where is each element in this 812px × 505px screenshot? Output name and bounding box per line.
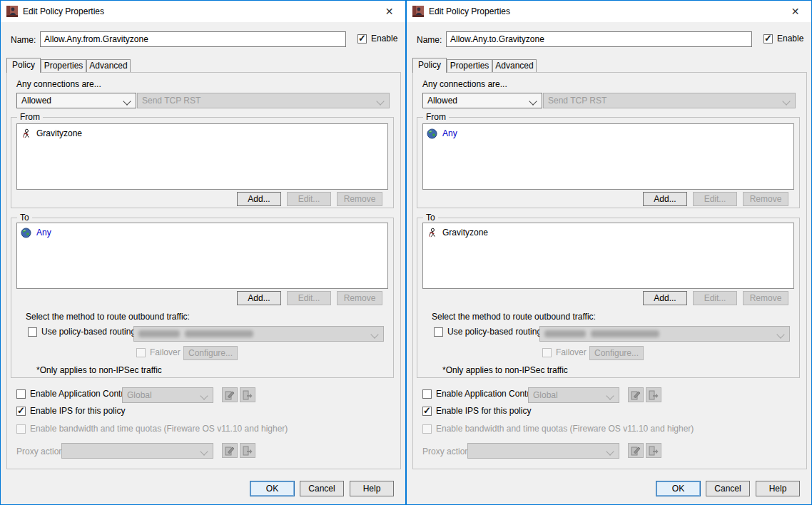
to-group: To Gravityzone Add... Edit... Remove (417, 218, 800, 378)
chevron-down-icon (200, 447, 208, 455)
ok-button[interactable]: OK (250, 481, 295, 496)
failover-checkbox: Failover (136, 347, 181, 357)
pbr-checkbox-label: Use policy-based routing (41, 327, 136, 337)
enable-checkbox[interactable]: Enable (763, 34, 803, 44)
from-list[interactable]: Gravityzone (16, 123, 388, 190)
edit-button: Edit... (287, 291, 331, 305)
failover-checkbox-label: Failover (556, 347, 587, 357)
proxy-action-select (467, 443, 619, 459)
app-control-checkbox-label: Enable Application Control: (30, 389, 133, 399)
chevron-down-icon (782, 97, 790, 105)
alias-icon (427, 228, 437, 238)
name-input[interactable] (446, 31, 752, 47)
pbr-checkbox[interactable]: Use policy-based routing (28, 327, 136, 337)
chevron-down-icon (370, 330, 378, 338)
enable-checkbox-box[interactable] (357, 34, 367, 44)
remove-button: Remove (337, 291, 382, 305)
add-button[interactable]: Add... (237, 291, 281, 305)
action-select: Send TCP RST (137, 93, 390, 108)
name-label: Name: (11, 35, 36, 45)
tab-policy[interactable]: Policy (412, 58, 447, 73)
name-input[interactable] (40, 31, 346, 47)
view-policy-icon-button (646, 387, 661, 402)
close-icon[interactable]: ✕ (779, 1, 811, 22)
tab-advanced[interactable]: Advanced (86, 59, 131, 72)
tab-properties[interactable]: Properties (447, 59, 492, 72)
ipsec-note: *Only applies to non-IPSec traffic (442, 365, 568, 375)
list-item[interactable]: Gravityzone (21, 127, 384, 140)
help-button[interactable]: Help (756, 481, 800, 496)
ips-checkbox-label: Enable IPS for this policy (436, 406, 531, 416)
list-item[interactable]: Any (21, 226, 384, 239)
configure-button: Configure... (183, 346, 238, 360)
cancel-button[interactable]: Cancel (706, 481, 750, 496)
ok-button[interactable]: OK (656, 481, 701, 496)
edit-policy-dialog-right: Edit Policy Properties ✕ Name: Enable Po… (406, 0, 812, 505)
ipsec-note: *Only applies to non-IPSec traffic (36, 365, 162, 375)
list-item[interactable]: Any (427, 127, 790, 140)
help-button[interactable]: Help (350, 481, 394, 496)
item-label: Gravityzone (442, 228, 488, 238)
quotas-checkbox: Enable bandwidth and time quotas (Firewa… (16, 424, 288, 434)
list-item[interactable]: Gravityzone (427, 226, 790, 239)
route-method-label: Select the method to route outbound traf… (432, 312, 596, 322)
edit-policy-icon (225, 390, 235, 400)
pbr-select (539, 326, 790, 342)
app-control-select: Global (122, 387, 213, 403)
pbr-checkbox-label: Use policy-based routing (447, 327, 542, 337)
from-group-label: From (17, 112, 43, 122)
window-title: Edit Policy Properties (429, 6, 510, 16)
failover-checkbox-label: Failover (150, 347, 181, 357)
tab-properties[interactable]: Properties (41, 59, 86, 72)
app-control-checkbox[interactable]: Enable Application Control: (422, 389, 539, 399)
edit-button: Edit... (693, 192, 737, 206)
add-button[interactable]: Add... (237, 192, 281, 206)
chevron-down-icon (606, 392, 614, 399)
add-button[interactable]: Add... (643, 192, 687, 206)
disposition-select[interactable]: Allowed (16, 93, 136, 108)
close-icon[interactable]: ✕ (373, 1, 405, 22)
from-group: From Any Add... Edit... Remove (417, 117, 800, 208)
edit-policy-icon-button (628, 387, 644, 402)
chevron-down-icon (376, 97, 384, 105)
from-group: From Gravityzone Add... Edit... Remove (11, 117, 394, 208)
quotas-checkbox-label: Enable bandwidth and time quotas (Firewa… (436, 424, 694, 434)
to-list[interactable]: Any (16, 223, 388, 289)
to-list[interactable]: Gravityzone (422, 223, 794, 289)
redacted-interface-value (138, 330, 253, 337)
view-policy-icon-button (240, 387, 255, 402)
ips-checkbox[interactable]: Enable IPS for this policy (422, 406, 531, 416)
to-group-label: To (423, 213, 438, 223)
tab-policy[interactable]: Policy (6, 58, 41, 73)
from-group-label: From (423, 112, 449, 122)
cancel-button[interactable]: Cancel (300, 481, 344, 496)
app-control-select: Global (528, 387, 619, 403)
name-label: Name: (417, 35, 442, 45)
from-list[interactable]: Any (422, 123, 794, 190)
app-control-checkbox-label: Enable Application Control: (436, 389, 539, 399)
ips-checkbox[interactable]: Enable IPS for this policy (16, 406, 125, 416)
item-label: Any (36, 228, 51, 238)
chevron-down-icon (529, 97, 537, 105)
quotas-checkbox-label: Enable bandwidth and time quotas (Firewa… (30, 424, 288, 434)
view-policy-icon (243, 446, 253, 456)
route-method-label: Select the method to route outbound traf… (26, 312, 190, 322)
quotas-checkbox: Enable bandwidth and time quotas (Firewa… (422, 424, 694, 434)
policy-manager-app-icon (412, 6, 424, 17)
tab-advanced[interactable]: Advanced (492, 59, 537, 72)
view-policy-icon (649, 390, 659, 400)
edit-policy-icon-button (222, 387, 238, 402)
enable-checkbox-box[interactable] (763, 34, 773, 44)
disposition-select[interactable]: Allowed (422, 93, 542, 108)
chevron-down-icon (606, 447, 614, 455)
alias-icon (21, 128, 31, 139)
view-policy-icon-button (646, 443, 661, 458)
connections-label: Any connections are... (16, 79, 101, 89)
configure-button: Configure... (589, 346, 644, 360)
app-control-checkbox[interactable]: Enable Application Control: (16, 389, 133, 399)
add-button[interactable]: Add... (643, 291, 687, 305)
enable-checkbox[interactable]: Enable (357, 34, 397, 44)
pbr-checkbox[interactable]: Use policy-based routing (434, 327, 542, 337)
edit-policy-dialog-left: Edit Policy Properties ✕ Name: Enable Po… (0, 0, 406, 505)
edit-button: Edit... (287, 192, 331, 206)
